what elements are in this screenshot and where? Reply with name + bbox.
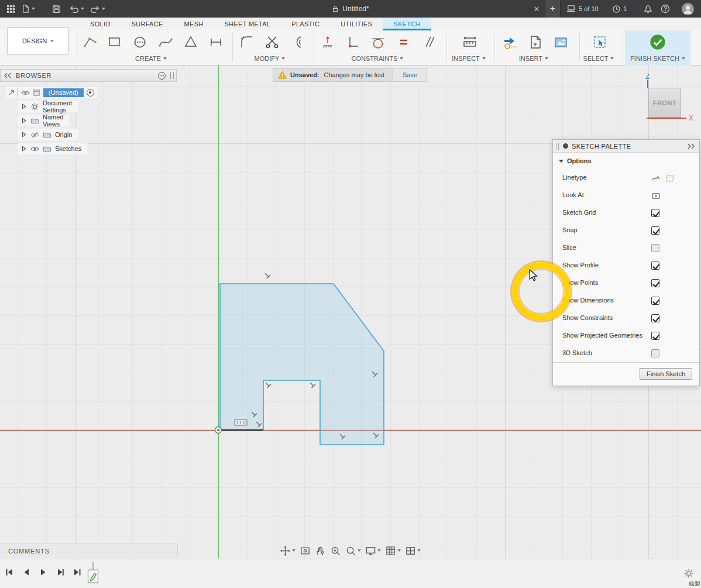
insert-svg-tool[interactable] <box>502 34 518 50</box>
job-status-button[interactable]: 5 of 10 <box>563 0 602 18</box>
fillet-tool[interactable] <box>239 34 255 50</box>
design-workspace-selector[interactable]: DESIGN <box>7 27 69 54</box>
alerts-bell-button[interactable] <box>640 0 655 18</box>
equal-constraint[interactable] <box>396 34 412 50</box>
browser-item-origin[interactable]: Origin <box>18 129 78 140</box>
file-menu-button[interactable] <box>20 0 36 18</box>
expand-arrow-icon[interactable] <box>21 146 27 152</box>
visibility-icon[interactable] <box>21 89 30 97</box>
expand-arrow-icon[interactable] <box>21 118 27 123</box>
trim-tool[interactable] <box>264 34 280 50</box>
browser-item-named-views[interactable]: Named Views <box>18 115 69 126</box>
linetype-curve-icon[interactable] <box>651 174 661 183</box>
circle-tool[interactable] <box>132 34 148 50</box>
tab-utilities[interactable]: UTILITIES <box>330 18 383 30</box>
look-at-button[interactable] <box>300 545 311 556</box>
app-grid-icon[interactable] <box>4 0 18 18</box>
minimize-panel-icon[interactable] <box>158 72 166 80</box>
undo-button[interactable] <box>68 0 85 18</box>
expand-arrow-icon[interactable] <box>21 104 27 109</box>
new-tab-button[interactable]: + <box>545 0 561 18</box>
tab-sheet-metal[interactable]: SHEET METAL <box>214 18 281 30</box>
close-tab-button[interactable]: ✕ <box>528 0 545 18</box>
root-document-name[interactable]: (Unsaved) <box>43 88 84 97</box>
finish-sketch-button[interactable] <box>648 33 667 51</box>
zoom-window-button[interactable] <box>330 545 341 556</box>
modify-group-menu[interactable]: MODIFY <box>246 54 293 63</box>
select-tool[interactable] <box>592 34 608 50</box>
tab-solid[interactable]: SOLID <box>80 18 121 30</box>
constraints-group-menu[interactable]: CONSTRAINTS <box>342 54 413 63</box>
linetype-construction-icon[interactable] <box>665 174 675 183</box>
offset-tool[interactable] <box>290 34 306 50</box>
visibility-icon[interactable] <box>30 145 39 153</box>
pan-hand-button[interactable] <box>315 545 326 556</box>
sketch-timeline-marker[interactable] <box>85 562 101 588</box>
finish-sketch-group-menu[interactable]: FINISH SKETCH <box>625 54 690 63</box>
measure-tool[interactable] <box>462 34 478 50</box>
show-dimensions-checkbox[interactable] <box>651 297 659 305</box>
line-tool[interactable] <box>82 34 98 50</box>
step-forward-button[interactable] <box>56 568 65 577</box>
play-button[interactable] <box>39 568 48 577</box>
help-button[interactable] <box>658 0 673 18</box>
slice-checkbox[interactable] <box>651 244 659 252</box>
tab-plastic[interactable]: PLASTIC <box>281 18 330 30</box>
root-expander-icon[interactable] <box>8 90 15 96</box>
collapse-panel-icon[interactable] <box>4 73 11 78</box>
panel-grip[interactable] <box>170 72 174 79</box>
slot-tool[interactable] <box>208 34 224 50</box>
expand-right-icon[interactable] <box>688 143 695 149</box>
tab-surface[interactable]: SURFACE <box>121 18 174 30</box>
go-to-end-button[interactable] <box>73 568 82 577</box>
show-points-checkbox[interactable] <box>651 279 659 287</box>
browser-item-sketches[interactable]: Sketches <box>18 143 87 154</box>
select-group-menu[interactable]: SELECT <box>575 54 622 63</box>
viewcube[interactable]: FRONT <box>648 88 681 118</box>
rectangle-tool[interactable] <box>106 34 123 50</box>
expand-arrow-icon[interactable] <box>21 132 27 137</box>
viewports-button[interactable] <box>405 545 421 556</box>
horizontal-vertical-constraint[interactable] <box>345 34 361 50</box>
activate-component-radio[interactable] <box>87 89 94 97</box>
create-group-menu[interactable]: CREATE <box>128 54 174 63</box>
grid-settings-button[interactable] <box>385 545 401 556</box>
panel-grip[interactable] <box>556 143 559 150</box>
display-settings-button[interactable] <box>365 545 381 556</box>
options-section-header[interactable]: Options <box>553 153 699 169</box>
browser-item-document-settings[interactable]: Document Settings <box>18 101 78 112</box>
notifications-clock-button[interactable]: 1 <box>609 0 630 18</box>
show-profile-checkbox[interactable] <box>651 262 659 270</box>
redo-button[interactable] <box>89 0 106 18</box>
user-avatar[interactable] <box>678 0 697 18</box>
browser-root-item[interactable]: (Unsaved) <box>6 87 98 98</box>
comments-bar[interactable]: COMMENTS <box>0 544 178 558</box>
insert-canvas-tool[interactable] <box>552 34 569 50</box>
tab-sketch[interactable]: SKETCH <box>383 18 431 30</box>
polygon-tool[interactable] <box>183 34 199 50</box>
save-link[interactable]: Save <box>393 68 427 81</box>
sketch-grid-checkbox[interactable] <box>651 209 659 217</box>
save-button[interactable] <box>49 0 63 18</box>
sketch-palette-header[interactable]: SKETCH PALETTE <box>553 140 699 153</box>
tangent-constraint[interactable] <box>370 34 386 50</box>
show-projected-geometries-checkbox[interactable] <box>651 332 659 340</box>
look-at-icon[interactable] <box>651 191 661 201</box>
browser-panel-header[interactable]: BROWSER <box>0 69 177 82</box>
zoom-button[interactable] <box>345 545 361 556</box>
sketch-dimension-tool[interactable] <box>319 34 336 50</box>
parallel-constraint[interactable] <box>421 34 437 50</box>
tab-mesh[interactable]: MESH <box>174 18 214 30</box>
pan-button[interactable] <box>280 545 295 556</box>
spline-tool[interactable] <box>157 34 174 50</box>
insert-group-menu[interactable]: INSERT <box>510 54 557 63</box>
finish-sketch-palette-button[interactable]: Finish Sketch <box>640 368 692 380</box>
inspect-group-menu[interactable]: INSPECT <box>445 54 492 63</box>
insert-decal-tool[interactable] <box>527 34 544 50</box>
timeline-settings-gear-icon[interactable] <box>683 568 694 581</box>
snap-checkbox[interactable] <box>651 226 659 235</box>
step-back-button[interactable] <box>22 568 31 577</box>
3d-sketch-checkbox[interactable] <box>651 349 659 357</box>
show-constraints-checkbox[interactable] <box>651 314 659 322</box>
visibility-off-icon[interactable] <box>30 130 39 139</box>
